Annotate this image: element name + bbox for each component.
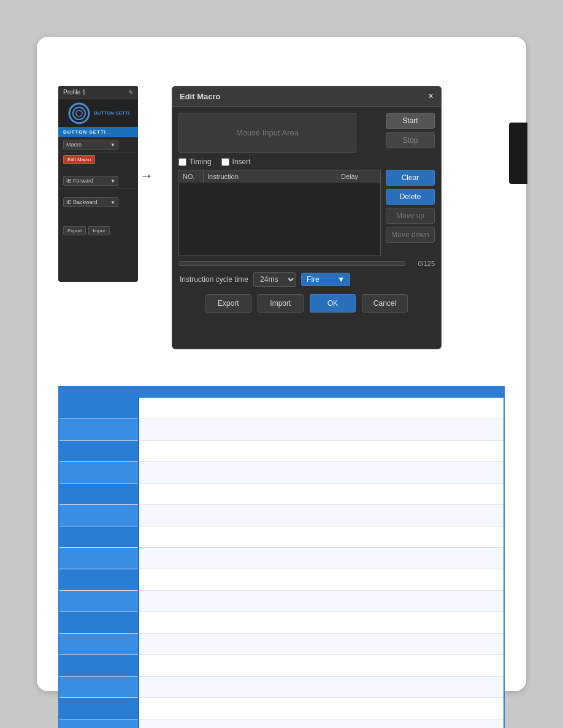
insert-checkbox-label[interactable]: Insert bbox=[221, 157, 251, 166]
panel-bottom-btns: Export Impor bbox=[58, 222, 138, 239]
panel-ie-forward-dropdown[interactable]: IE Forward ▼ bbox=[63, 176, 118, 186]
macro-table-body[interactable] bbox=[178, 183, 381, 256]
table-cell-right bbox=[139, 462, 504, 483]
panel-logo-text: BUTTON SETTI bbox=[94, 110, 129, 116]
spacer1 bbox=[58, 167, 138, 173]
table-row bbox=[59, 398, 504, 419]
start-stop-buttons: Start Stop bbox=[386, 113, 435, 148]
spacer2 bbox=[58, 189, 138, 195]
table-row bbox=[59, 655, 504, 677]
table-cell-right bbox=[139, 612, 504, 634]
table-cell-right bbox=[139, 505, 504, 526]
table-cell-left bbox=[59, 398, 139, 419]
panel-macro-row: Macro ▼ bbox=[58, 137, 138, 153]
svg-point-2 bbox=[76, 110, 82, 116]
table-cell-right bbox=[139, 398, 504, 419]
table-cell-left bbox=[59, 441, 139, 462]
panel-export-button[interactable]: Export bbox=[63, 226, 86, 235]
panel-ie-forward-arrow: ▼ bbox=[110, 178, 115, 184]
panel-macro-dropdown[interactable]: Macro ▼ bbox=[63, 140, 118, 150]
close-button[interactable]: × bbox=[428, 91, 434, 101]
table-cell-left bbox=[59, 655, 139, 677]
options-row: Timing Insert bbox=[178, 153, 435, 170]
delete-button[interactable]: Delete bbox=[386, 189, 435, 205]
move-up-button[interactable]: Move up bbox=[386, 208, 435, 224]
panel-ie-backward-row: IE Backward ▼ bbox=[58, 195, 138, 210]
table-cell-right bbox=[139, 483, 504, 505]
table-cell-left bbox=[59, 612, 139, 634]
table-row bbox=[59, 441, 504, 462]
table-cell-right bbox=[139, 698, 504, 719]
fire-arrow-icon: ▼ bbox=[337, 275, 345, 284]
table-cell-left bbox=[59, 548, 139, 569]
svg-point-1 bbox=[73, 107, 85, 119]
panel-ie-backward-arrow: ▼ bbox=[110, 200, 115, 205]
table-cell-left bbox=[59, 526, 139, 548]
col-header-left bbox=[59, 387, 139, 398]
timing-checkbox[interactable] bbox=[178, 158, 186, 166]
edit-macro-dialog: Edit Macro × Mouse Input Area Start Stop… bbox=[172, 86, 442, 349]
mouse-input-area[interactable]: Mouse Input Area bbox=[178, 113, 356, 153]
cycle-time-select[interactable]: 24ms 32ms 48ms bbox=[253, 272, 296, 287]
spacer3 bbox=[58, 210, 138, 222]
panel-macro-label: Macro bbox=[66, 142, 82, 148]
panel-profile-row: Profile 1 ✎ bbox=[58, 86, 138, 99]
panel-edit-macro-button[interactable]: Edit Macro bbox=[63, 155, 95, 164]
header-instruction: Instruction bbox=[204, 170, 337, 183]
header-no: NO. bbox=[179, 170, 204, 183]
cancel-button[interactable]: Cancel bbox=[362, 294, 408, 313]
black-tab bbox=[509, 123, 527, 184]
page-container: Profile 1 ✎ BUTTON SETTI BUTTON SETTI...… bbox=[37, 37, 526, 691]
panel-logo-area: BUTTON SETTI bbox=[58, 99, 138, 127]
insert-checkbox[interactable] bbox=[221, 158, 229, 166]
start-button[interactable]: Start bbox=[386, 113, 435, 129]
clear-button[interactable]: Clear bbox=[386, 170, 435, 186]
table-container: NO. Instruction Delay Clear Delete Move … bbox=[178, 170, 435, 256]
panel-ie-forward-label: IE Forward bbox=[66, 178, 93, 184]
macro-table-header: NO. Instruction Delay bbox=[178, 170, 381, 183]
bottom-buttons: Export Import OK Cancel bbox=[178, 294, 435, 313]
cycle-time-label: Instruction cycle time bbox=[180, 275, 248, 284]
move-down-button[interactable]: Move down bbox=[386, 227, 435, 243]
table-cell-right bbox=[139, 591, 504, 612]
insert-label: Insert bbox=[232, 157, 251, 166]
table-row bbox=[59, 526, 504, 548]
table-row bbox=[59, 569, 504, 591]
panel-import-button[interactable]: Impor bbox=[88, 226, 109, 235]
table-cell-left bbox=[59, 677, 139, 698]
mouse-input-label: Mouse Input Area bbox=[236, 128, 299, 137]
table-row bbox=[59, 505, 504, 526]
table-cell-right bbox=[139, 569, 504, 591]
table-cell-right bbox=[139, 441, 504, 462]
fire-dropdown[interactable]: Fire ▼ bbox=[301, 273, 350, 286]
timing-checkbox-label[interactable]: Timing bbox=[178, 157, 212, 166]
export-button[interactable]: Export bbox=[205, 294, 251, 313]
progress-count: 0/125 bbox=[410, 260, 435, 267]
panel-ie-backward-dropdown[interactable]: IE Backward ▼ bbox=[63, 197, 118, 207]
side-panel: Profile 1 ✎ BUTTON SETTI BUTTON SETTI...… bbox=[58, 86, 138, 282]
table-row bbox=[59, 698, 504, 719]
progress-row: 0/125 bbox=[178, 260, 435, 267]
panel-ie-forward-row: IE Forward ▼ bbox=[58, 173, 138, 189]
table-cell-right bbox=[139, 634, 504, 655]
table-row bbox=[59, 483, 504, 505]
stop-button[interactable]: Stop bbox=[386, 132, 435, 148]
dialog-body: Mouse Input Area Start Stop Timing Inser… bbox=[172, 107, 441, 319]
panel-edit-macro-row: Edit Macro bbox=[58, 153, 138, 167]
table-section bbox=[58, 386, 505, 728]
timing-label: Timing bbox=[190, 157, 212, 166]
panel-edit-icon: ✎ bbox=[128, 89, 133, 96]
ok-button[interactable]: OK bbox=[310, 294, 356, 313]
table-header-row bbox=[59, 387, 504, 398]
table-cell-left bbox=[59, 698, 139, 719]
table-row bbox=[59, 634, 504, 655]
cycle-row: Instruction cycle time 24ms 32ms 48ms Fi… bbox=[178, 272, 435, 287]
table-cell-left bbox=[59, 505, 139, 526]
action-buttons: Clear Delete Move up Move down bbox=[386, 170, 435, 256]
data-table bbox=[58, 386, 505, 728]
arrow-icon: → bbox=[140, 168, 153, 184]
import-button[interactable]: Import bbox=[258, 294, 304, 313]
logo-icon bbox=[67, 101, 91, 126]
table-body bbox=[59, 398, 504, 729]
table-cell-left bbox=[59, 462, 139, 483]
